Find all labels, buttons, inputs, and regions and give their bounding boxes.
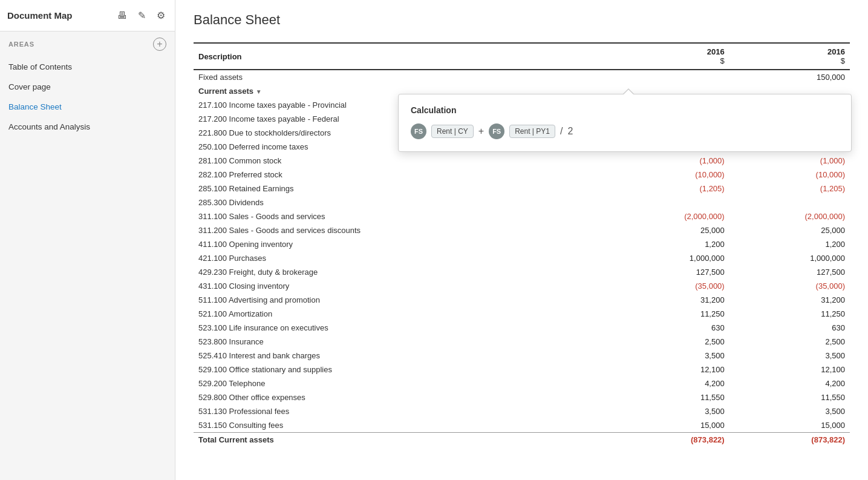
row-desc[interactable]: 523.100 Life insurance on executives (194, 321, 609, 335)
row-col1: 1,000,000 (609, 251, 729, 265)
row-desc[interactable]: 411.100 Opening inventory (194, 237, 609, 251)
row-col2: 31,200 (729, 293, 850, 307)
row-desc[interactable]: 523.800 Insurance (194, 335, 609, 349)
edit-icon[interactable]: ✎ (135, 8, 148, 22)
table-row: 531.150 Consulting fees 15,000 15,000 (194, 418, 850, 433)
row-col1: 4,200 (609, 376, 729, 390)
gear-icon[interactable]: ⚙ (154, 8, 168, 22)
areas-label: AREAS (8, 41, 34, 48)
table-row: 529.200 Telephone 4,200 4,200 (194, 376, 850, 390)
col-2016-cy: 2016$ (609, 43, 729, 70)
row-desc[interactable]: 525.410 Interest and bank charges (194, 349, 609, 363)
total-col1: (873,822) (609, 433, 729, 447)
table-row: 285.100 Retained Earnings (1,205) (1,205… (194, 182, 850, 196)
row-col1 (609, 70, 729, 84)
row-col1: 127,500 (609, 265, 729, 279)
row-col2: (2,000,000) (729, 209, 850, 223)
row-col1: (2,000,000) (609, 209, 729, 223)
calc-formula: FS Rent | CY + FS Rent | PY1 / 2 (411, 123, 839, 139)
row-col1: 11,550 (609, 390, 729, 404)
row-desc[interactable]: 531.150 Consulting fees (194, 418, 609, 433)
row-col2: 12,100 (729, 363, 850, 376)
row-col1: 15,000 (609, 418, 729, 433)
row-col1: 2,500 (609, 335, 729, 349)
row-desc: Fixed assets (194, 70, 609, 84)
row-col2: 1,200 (729, 237, 850, 251)
row-col1: 3,500 (609, 349, 729, 363)
row-desc[interactable]: 531.130 Professional fees (194, 404, 609, 418)
row-col2: 4,200 (729, 376, 850, 390)
row-col2: 11,250 (729, 307, 850, 321)
table-row: 282.100 Preferred stock (10,000) (10,000… (194, 168, 850, 182)
row-col1 (609, 196, 729, 209)
row-desc[interactable]: 529.200 Telephone (194, 376, 609, 390)
row-desc[interactable]: 311.200 Sales - Goods and services disco… (194, 223, 609, 237)
row-col1: 12,100 (609, 363, 729, 376)
row-col1: 3,500 (609, 404, 729, 418)
table-row: 429.230 Freight, duty & brokerage 127,50… (194, 265, 850, 279)
table-row: 411.100 Opening inventory 1,200 1,200 (194, 237, 850, 251)
sidebar-item-toc[interactable]: Table of Contents (0, 57, 175, 77)
row-col1: (1,205) (609, 182, 729, 196)
row-desc[interactable]: 529.800 Other office expenses (194, 390, 609, 404)
app-title: Document Map (7, 10, 109, 21)
row-col2: 630 (729, 321, 850, 335)
row-desc[interactable]: 282.100 Preferred stock (194, 168, 609, 182)
row-desc[interactable]: 285.300 Dividends (194, 196, 609, 209)
main-content: Balance Sheet Description 2016$ 2016$ Fi… (175, 0, 868, 480)
row-col1: 630 (609, 321, 729, 335)
table-row: 531.130 Professional fees 3,500 3,500 (194, 404, 850, 418)
row-desc[interactable]: 285.100 Retained Earnings (194, 182, 609, 196)
areas-header: AREAS + (0, 31, 175, 54)
sidebar-nav: Table of Contents Cover page Balance She… (0, 54, 175, 139)
row-desc[interactable]: 311.100 Sales - Goods and services (194, 209, 609, 223)
add-area-button[interactable]: + (153, 38, 166, 51)
col-2016-py: 2016$ (729, 43, 850, 70)
row-desc[interactable]: 281.100 Common stock (194, 154, 609, 168)
print-icon[interactable]: 🖶 (115, 9, 129, 22)
table-row: 525.410 Interest and bank charges 3,500 … (194, 349, 850, 363)
row-col1: (35,000) (609, 279, 729, 293)
total-row: Total Current assets (873,822) (873,822) (194, 433, 850, 447)
row-col2: 25,000 (729, 223, 850, 237)
row-desc[interactable]: 421.100 Purchases (194, 251, 609, 265)
tag-rent-py1[interactable]: Rent | PY1 (509, 125, 555, 138)
row-col1: 11,250 (609, 307, 729, 321)
total-col2: (873,822) (729, 433, 850, 447)
row-desc[interactable]: 529.100 Office stationary and supplies (194, 363, 609, 376)
table-row: 523.100 Life insurance on executives 630… (194, 321, 850, 335)
table-row: 521.100 Amortization 11,250 11,250 (194, 307, 850, 321)
sidebar-item-balance[interactable]: Balance Sheet (0, 97, 175, 117)
row-col2: 3,500 (729, 349, 850, 363)
sidebar-header: Document Map 🖶 ✎ ⚙ (0, 0, 175, 31)
row-col2: 11,550 (729, 390, 850, 404)
row-col2: 150,000 (729, 70, 850, 84)
div-operator: / (560, 126, 563, 137)
table-row: 281.100 Common stock (1,000) (1,000) (194, 154, 850, 168)
divisor-value: 2 (567, 126, 573, 137)
row-desc[interactable]: 431.100 Closing inventory (194, 279, 609, 293)
col-description: Description (194, 43, 609, 70)
sidebar-item-accounts[interactable]: Accounts and Analysis (0, 117, 175, 137)
row-col2 (729, 196, 850, 209)
row-col1: (10,000) (609, 168, 729, 182)
sidebar-item-cover[interactable]: Cover page (0, 77, 175, 97)
sidebar: Document Map 🖶 ✎ ⚙ AREAS + Table of Cont… (0, 0, 175, 480)
table-row: Fixed assets 150,000 (194, 70, 850, 84)
table-row: 285.300 Dividends (194, 196, 850, 209)
table-row: 311.200 Sales - Goods and services disco… (194, 223, 850, 237)
row-col1: 25,000 (609, 223, 729, 237)
row-desc[interactable]: 429.230 Freight, duty & brokerage (194, 265, 609, 279)
row-desc[interactable]: 511.100 Advertising and promotion (194, 293, 609, 307)
row-desc[interactable]: 521.100 Amortization (194, 307, 609, 321)
plus-operator: + (478, 126, 484, 137)
tag-rent-cy[interactable]: Rent | CY (431, 125, 474, 138)
row-col2: (35,000) (729, 279, 850, 293)
row-col2: 3,500 (729, 404, 850, 418)
row-col2: 1,000,000 (729, 251, 850, 265)
popup-title: Calculation (411, 105, 839, 115)
row-col2: (10,000) (729, 168, 850, 182)
row-col2: (1,205) (729, 182, 850, 196)
calculation-popup: Calculation FS Rent | CY + FS Rent | PY1… (398, 94, 852, 152)
row-col2: 15,000 (729, 418, 850, 433)
